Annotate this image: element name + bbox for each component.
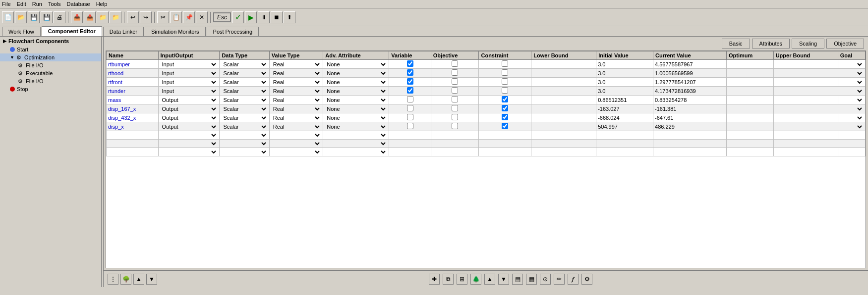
expand-optimization-icon[interactable]: ▼: [10, 55, 14, 60]
checkbox-cell[interactable]: [389, 78, 431, 87]
checkbox-cell[interactable]: [479, 87, 531, 96]
new-button[interactable]: 📄: [2, 11, 14, 23]
network-button[interactable]: ⊞: [457, 274, 467, 285]
checkbox-cell[interactable]: [431, 122, 479, 131]
tab-workflow[interactable]: Work Flow: [2, 27, 41, 36]
row-name-link[interactable]: rtbumper: [108, 61, 130, 67]
edit-button[interactable]: ✏: [554, 274, 565, 285]
objective-button[interactable]: Objective: [826, 39, 864, 49]
tab-data-linker[interactable]: Data Linker: [103, 27, 144, 36]
checkbox-cell[interactable]: [479, 104, 531, 113]
select-cell[interactable]: Real: [269, 113, 323, 122]
esc-button[interactable]: Esc: [213, 12, 231, 22]
menu-database[interactable]: Database: [67, 1, 90, 7]
menu-tools[interactable]: Tools: [48, 1, 61, 7]
goal-cell[interactable]: [838, 87, 865, 96]
checkbox-cell[interactable]: [389, 69, 431, 78]
down2-button[interactable]: ▼: [498, 274, 509, 285]
reset-button[interactable]: ⬆: [284, 11, 295, 23]
sidebar-item-start[interactable]: Start: [0, 46, 101, 53]
run-button[interactable]: ▶: [245, 11, 257, 23]
select-cell[interactable]: Scalar: [220, 87, 269, 96]
goal-cell[interactable]: [838, 122, 865, 131]
select-cell[interactable]: None: [323, 60, 389, 69]
check-button[interactable]: ✓: [232, 11, 244, 23]
checkbox-cell[interactable]: [389, 113, 431, 122]
stop-button[interactable]: ⏹: [271, 11, 283, 23]
sidebar-item-fileio2[interactable]: ⚙ File I/O: [0, 77, 101, 85]
copy-button[interactable]: 📋: [170, 11, 182, 23]
checkbox-cell[interactable]: [479, 96, 531, 104]
checkbox-cell[interactable]: [479, 69, 531, 78]
checkbox-cell[interactable]: [431, 87, 479, 96]
checkbox-cell[interactable]: [431, 78, 479, 87]
bottom-tree-button[interactable]: 🌳: [120, 274, 131, 285]
select-cell[interactable]: Scalar: [220, 96, 269, 104]
settings2-button[interactable]: ⚙: [581, 274, 592, 285]
pause-button[interactable]: ⏸: [258, 11, 270, 23]
scaling-button[interactable]: Scaling: [792, 39, 824, 49]
menu-run[interactable]: Run: [32, 1, 42, 7]
row-name-cell[interactable]: disp_432_x: [107, 113, 159, 122]
up2-button[interactable]: ▲: [484, 274, 495, 285]
checkbox-cell[interactable]: [479, 60, 531, 69]
select-cell[interactable]: None: [323, 69, 389, 78]
select-cell[interactable]: Real: [269, 78, 323, 87]
goal-cell[interactable]: [838, 96, 865, 104]
checkbox-cell[interactable]: [389, 104, 431, 113]
tab-post-processing[interactable]: Post Processing: [207, 27, 259, 36]
menu-file[interactable]: File: [2, 1, 11, 7]
select-cell[interactable]: Scalar: [220, 113, 269, 122]
bottom-up-button[interactable]: ▲: [133, 274, 144, 285]
select-cell[interactable]: Scalar: [220, 104, 269, 113]
row-name-cell[interactable]: disp_x: [107, 122, 159, 131]
grid-button[interactable]: ▦: [526, 274, 537, 285]
tab-simulation-monitors[interactable]: Simulation Monitors: [145, 27, 206, 36]
select-cell[interactable]: Input: [158, 87, 220, 96]
open-button[interactable]: 📂: [15, 11, 27, 23]
select-cell[interactable]: Real: [269, 60, 323, 69]
goal-cell[interactable]: [838, 113, 865, 122]
checkbox-cell[interactable]: [479, 78, 531, 87]
select-cell[interactable]: Output: [158, 113, 220, 122]
circle-button[interactable]: ⊙: [540, 274, 551, 285]
goal-cell[interactable]: [838, 60, 865, 69]
checkbox-cell[interactable]: [389, 87, 431, 96]
add-row-button[interactable]: ✚: [429, 274, 440, 285]
save-as-button[interactable]: 💾: [41, 11, 53, 23]
folder-button[interactable]: 📁: [97, 11, 109, 23]
row-name-cell[interactable]: rtunder: [107, 87, 159, 96]
row-name-link[interactable]: mass: [108, 97, 121, 103]
copy-row-button[interactable]: ⧉: [443, 274, 454, 285]
print-button[interactable]: 🖨: [54, 11, 65, 23]
tree2-button[interactable]: 🌲: [470, 274, 481, 285]
basic-button[interactable]: Basic: [722, 39, 750, 49]
sidebar-item-optimization[interactable]: ▼ ⚙ Optimization: [0, 53, 101, 61]
select-cell[interactable]: None: [323, 104, 389, 113]
row-name-cell[interactable]: rthood: [107, 69, 159, 78]
delete-button[interactable]: ✕: [196, 11, 208, 23]
row-name-link[interactable]: rthood: [108, 70, 123, 76]
select-cell[interactable]: Output: [158, 96, 220, 104]
menu-edit[interactable]: Edit: [17, 1, 26, 7]
menu-help[interactable]: Help: [96, 1, 108, 7]
checkbox-cell[interactable]: [479, 113, 531, 122]
row-name-link[interactable]: rtunder: [108, 88, 125, 94]
import-button[interactable]: 📥: [71, 11, 83, 23]
row-name-cell[interactable]: disp_167_x: [107, 104, 159, 113]
checkbox-cell[interactable]: [431, 113, 479, 122]
row-name-cell[interactable]: rtbumper: [107, 60, 159, 69]
row-name-link[interactable]: disp_167_x: [108, 106, 136, 112]
select-cell[interactable]: None: [323, 78, 389, 87]
select-cell[interactable]: Real: [269, 87, 323, 96]
save-button[interactable]: 💾: [28, 11, 40, 23]
goal-cell[interactable]: [838, 78, 865, 87]
redo-button[interactable]: ↪: [140, 11, 152, 23]
sidebar-item-fileio1[interactable]: ⚙ File I/O: [0, 61, 101, 69]
checkbox-cell[interactable]: [431, 69, 479, 78]
select-cell[interactable]: Scalar: [220, 78, 269, 87]
select-cell[interactable]: Output: [158, 104, 220, 113]
sidebar-item-stop[interactable]: Stop: [0, 85, 101, 93]
select-cell[interactable]: Scalar: [220, 122, 269, 131]
paste-button[interactable]: 📌: [183, 11, 195, 23]
